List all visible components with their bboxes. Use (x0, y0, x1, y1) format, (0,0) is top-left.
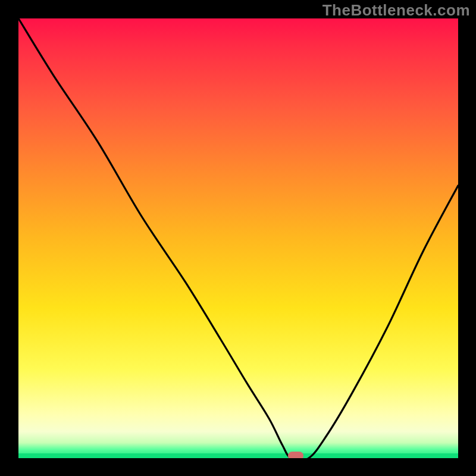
minimum-marker (288, 452, 303, 458)
bottleneck-curve (18, 18, 458, 458)
watermark-text: TheBottleneck.com (322, 1, 470, 20)
bottleneck-curve-path (18, 18, 458, 458)
plot-area (18, 18, 458, 458)
chart-frame: TheBottleneck.com (0, 0, 476, 476)
